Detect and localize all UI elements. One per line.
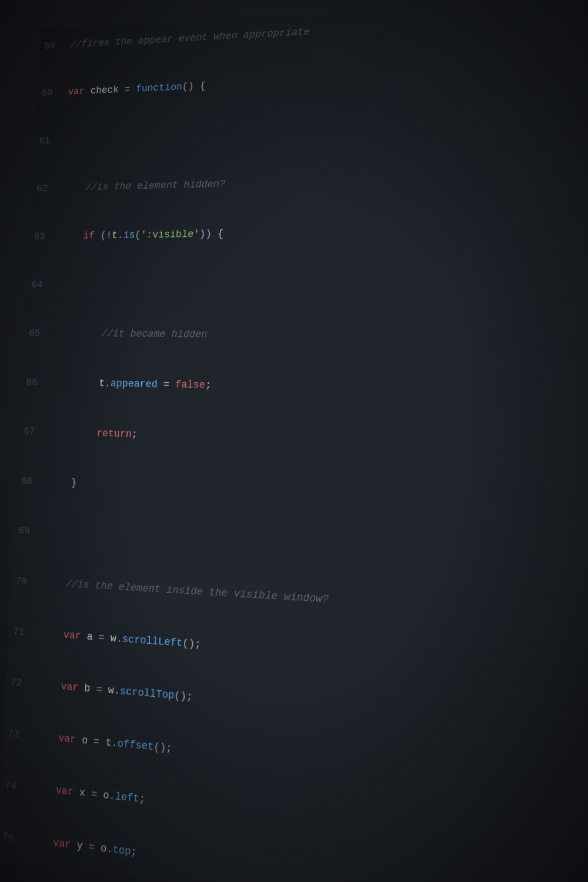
code-content: 59 60 61 62 63 64 65 66 67 68 69 70 71 7… [0,0,588,882]
code-editor: 59 60 61 62 63 64 65 66 67 68 69 70 71 7… [0,0,588,882]
code-text: //fires the appear event when appropriat… [26,0,588,882]
